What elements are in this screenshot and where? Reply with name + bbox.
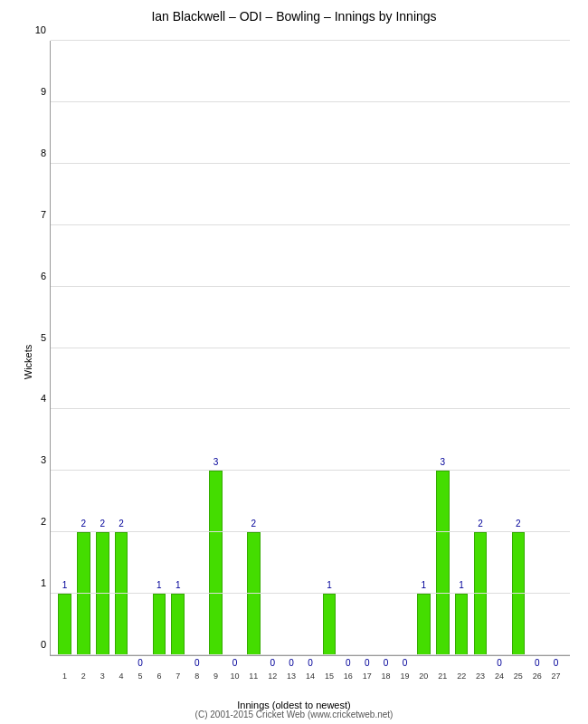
bar-group: 39 — [206, 41, 225, 655]
bar: 1 — [171, 594, 185, 655]
bar-zero-label: 0 — [346, 658, 351, 668]
bar: 1 — [323, 594, 337, 655]
y-tick-label: 9 — [41, 86, 46, 97]
grid-line — [51, 224, 570, 225]
bar-zero-label: 0 — [497, 658, 502, 668]
y-tick-label: 2 — [41, 516, 46, 527]
y-tick-label: 7 — [41, 209, 46, 220]
grid-line — [51, 408, 570, 409]
bar-group: 225 — [508, 41, 527, 655]
bar-group: 013 — [282, 41, 301, 655]
grid-line — [51, 470, 570, 471]
x-tick-label: 23 — [476, 672, 485, 681]
x-tick-label: 9 — [213, 672, 218, 681]
bar-group: 17 — [168, 41, 187, 655]
bar-zero-label: 0 — [194, 658, 200, 668]
grid-line — [51, 286, 570, 287]
bar-group: 115 — [319, 41, 338, 655]
bar-value-label: 2 — [100, 519, 105, 529]
x-tick-label: 3 — [100, 672, 105, 681]
bar-group: 122 — [452, 41, 471, 655]
bar-zero-label: 0 — [232, 658, 238, 668]
x-tick-label: 24 — [495, 672, 504, 681]
bar-group: 024 — [489, 41, 508, 655]
x-tick-label: 27 — [552, 672, 561, 681]
bar-group: 22 — [74, 41, 93, 655]
bar-zero-label: 0 — [138, 658, 143, 668]
y-tick-label: 8 — [41, 148, 46, 158]
y-tick-label: 1 — [41, 577, 46, 588]
x-tick-label: 1 — [62, 672, 67, 681]
bar-value-label: 1 — [62, 580, 68, 590]
copyright: (C) 2001-2015 Cricket Web (www.cricketwe… — [0, 710, 588, 719]
bar: 1 — [417, 594, 431, 655]
bar-value-label: 3 — [440, 457, 445, 467]
bar-zero-label: 0 — [384, 658, 389, 668]
bar-value-label: 1 — [459, 580, 464, 590]
x-tick-label: 14 — [306, 672, 315, 681]
bar-group: 010 — [225, 41, 244, 655]
bar-value-label: 1 — [175, 580, 181, 590]
bar-group: 016 — [338, 41, 357, 655]
y-tick-label: 4 — [41, 393, 46, 404]
x-tick-label: 20 — [419, 672, 428, 681]
x-tick-label: 7 — [175, 672, 180, 681]
bar-group: 23 — [93, 41, 112, 655]
y-tick-label: 3 — [41, 454, 46, 465]
bar: 1 — [58, 594, 71, 655]
bar-group: 017 — [357, 41, 376, 655]
bar-value-label: 3 — [213, 457, 219, 467]
bar-value-label: 2 — [119, 519, 124, 529]
bar-group: 16 — [149, 41, 168, 655]
x-tick-label: 21 — [438, 672, 447, 681]
bar-value-label: 2 — [516, 519, 521, 529]
x-tick-label: 10 — [230, 672, 239, 681]
x-tick-label: 13 — [287, 672, 296, 681]
x-tick-label: 12 — [268, 672, 277, 681]
grid-line — [51, 348, 570, 348]
bar-group: 012 — [263, 41, 282, 655]
bar-zero-label: 0 — [270, 658, 275, 668]
bar-group: 05 — [131, 41, 150, 655]
bar-zero-label: 0 — [403, 658, 408, 668]
grid-line — [51, 101, 570, 102]
bar-zero-label: 0 — [289, 658, 294, 668]
bar-value-label: 2 — [81, 519, 87, 529]
x-tick-label: 19 — [400, 672, 409, 681]
y-tick-label: 0 — [41, 639, 46, 650]
x-tick-label: 17 — [363, 672, 372, 681]
grid-line — [51, 593, 570, 594]
x-tick-label: 25 — [514, 672, 523, 681]
bar-group: 027 — [546, 41, 565, 655]
x-tick-label: 2 — [81, 672, 86, 681]
y-tick-label: 6 — [41, 271, 46, 281]
bars-wrapper: 1122232405161708390102110120130141150160… — [51, 41, 570, 655]
y-tick-label: 5 — [41, 332, 46, 343]
bar: 1 — [153, 594, 166, 655]
x-tick-label: 8 — [194, 672, 199, 681]
bar-zero-label: 0 — [365, 658, 370, 668]
grid-line — [51, 163, 570, 164]
bar-zero-label: 0 — [308, 658, 313, 668]
bar-value-label: 2 — [478, 519, 483, 529]
bar-group: 321 — [433, 41, 452, 655]
bar: 3 — [209, 471, 223, 655]
grid-line — [51, 531, 570, 532]
y-tick-label: 10 — [35, 24, 46, 35]
bar-value-label: 1 — [156, 580, 162, 590]
bar-group: 026 — [527, 41, 546, 655]
bar-group: 211 — [244, 41, 263, 655]
bar-group: 014 — [301, 41, 320, 655]
x-tick-label: 6 — [156, 672, 161, 681]
bar-value-label: 1 — [327, 580, 332, 590]
grid-line — [51, 40, 570, 41]
bar: 1 — [455, 594, 469, 655]
bar-group: 019 — [395, 41, 414, 655]
bar-zero-label: 0 — [554, 658, 559, 668]
bar-value-label: 2 — [251, 519, 257, 529]
bar-zero-label: 0 — [535, 658, 540, 668]
bar-group: 018 — [376, 41, 395, 655]
chart-title: Ian Blackwell – ODI – Bowling – Innings … — [0, 9, 588, 24]
x-tick-label: 16 — [344, 672, 353, 681]
x-tick-label: 22 — [457, 672, 466, 681]
